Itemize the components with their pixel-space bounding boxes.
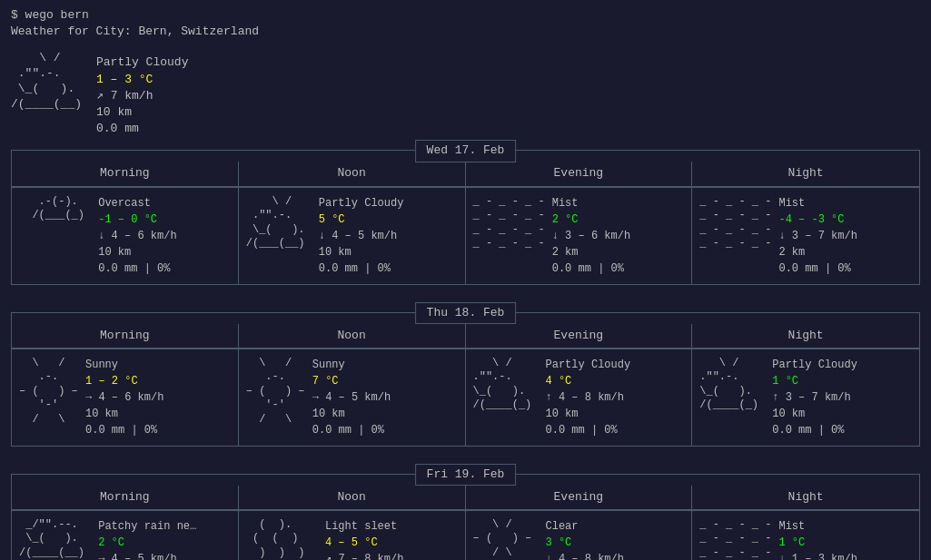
- day-container-1: Thu 18. FebMorningNoonEveningNight \ / .…: [11, 312, 920, 447]
- period-visibility: 10 km: [319, 244, 404, 260]
- period-header-2-3: Night: [692, 486, 919, 510]
- period-temp: 3 °C: [546, 535, 624, 551]
- period-wind: ↓ 1 – 3 km/h: [778, 551, 857, 560]
- period-desc: Mist: [552, 195, 630, 211]
- period-visibility: 2 km: [552, 244, 630, 260]
- period-ascii-0-3: _ - _ - _ - _ - _ - _ - _ - _ - _ - _ - …: [699, 195, 771, 251]
- period-ascii-2-3: _ - _ - _ - _ - _ - _ - _ - _ - _ - _ - …: [699, 518, 771, 560]
- period-header-1-3: Night: [692, 324, 919, 349]
- app-subtitle: Weather for City: Bern, Switzerland: [11, 24, 920, 40]
- day-label-2: Fri 19. Feb: [415, 464, 517, 486]
- period-ascii-1-0: \ / .-. – ( ) – '-' / \: [19, 357, 78, 427]
- period-data-1-1: Sunny 7 °C → 4 – 5 km/h 10 km 0.0 mm | 0…: [312, 357, 391, 438]
- period-visibility: 2 km: [778, 244, 857, 260]
- period-temp: 1 °C: [778, 535, 857, 551]
- current-ascii: \ / ."".-. \_( ). /(____(__): [11, 51, 82, 113]
- period-cell-0-1: \ / ."".-. \_( ). /(___(__) Partly Cloud…: [239, 188, 466, 284]
- period-wind: → 4 – 5 km/h: [98, 551, 196, 560]
- period-ascii-2-0: _/"".--. \_( ). /(____(__) ' ' ' ': [19, 518, 91, 560]
- period-cell-1-1: \ / .-. – ( ) – '-' / \ Sunny 7 °C → 4 –…: [239, 349, 466, 446]
- day-label-1: Thu 18. Feb: [415, 302, 517, 324]
- period-ascii-1-2: \ / ."".-. \_( ). /(____(_): [473, 357, 539, 413]
- period-wind: → 4 – 6 km/h: [85, 389, 163, 406]
- day-2: Fri 19. FebMorningNoonEveningNight _/"".…: [11, 461, 920, 560]
- period-cell-2-3: _ - _ - _ - _ - _ - _ - _ - _ - _ - _ - …: [692, 511, 919, 560]
- day-0: Wed 17. FebMorningNoonEveningNight .-(-)…: [11, 137, 920, 284]
- period-rain: 0.0 mm | 0%: [319, 260, 404, 277]
- period-cell-0-3: _ - _ - _ - _ - _ - _ - _ - _ - _ - _ - …: [692, 188, 919, 284]
- period-cell-1-2: \ / ."".-. \_( ). /(____(_) Partly Cloud…: [466, 349, 693, 446]
- period-cell-2-0: _/"".--. \_( ). /(____(__) ' ' ' ' Patch…: [12, 511, 239, 560]
- period-header-2-2: Evening: [466, 486, 693, 510]
- period-header-0-3: Night: [692, 162, 919, 186]
- period-temp: 4 °C: [546, 373, 631, 389]
- period-header-2-1: Noon: [239, 486, 466, 510]
- period-rain: 0.0 mm | 0%: [546, 422, 631, 438]
- period-data-1-3: Partly Cloudy 1 °C ↑ 3 – 7 km/h 10 km 0.…: [772, 357, 857, 438]
- current-info: Partly Cloudy 1 – 3 °C ↗ 7 km/h 10 km 0.…: [96, 54, 188, 137]
- current-weather: \ / ."".-. \_( ). /(____(__) Partly Clou…: [11, 51, 920, 137]
- period-wind: ↓ 4 – 6 km/h: [98, 228, 176, 244]
- period-wind: → 4 – 5 km/h: [312, 389, 391, 406]
- current-visibility: 10 km: [96, 104, 188, 121]
- period-desc: Mist: [778, 518, 857, 535]
- period-data-2-3: Mist 1 °C ↓ 1 – 3 km/h 2 km 0.0 mm | 0%: [778, 518, 857, 560]
- period-desc: Overcast: [98, 195, 176, 211]
- period-data-2-1: Light sleet 4 – 5 °C ↗ 7 – 8 km/h 9 km 0…: [325, 518, 403, 560]
- period-desc: Patchy rain ne…: [98, 518, 196, 535]
- period-temp: 2 °C: [98, 535, 196, 551]
- current-rain: 0.0 mm: [96, 121, 188, 137]
- period-visibility: 10 km: [546, 406, 631, 422]
- current-wind: ↗ 7 km/h: [96, 88, 188, 104]
- period-wind: ↓ 4 – 8 km/h: [546, 551, 624, 560]
- period-wind: ↗ 7 – 8 km/h: [325, 551, 403, 560]
- period-wind: ↓ 3 – 6 km/h: [552, 228, 630, 244]
- day-container-0: Wed 17. FebMorningNoonEveningNight .-(-)…: [11, 150, 920, 284]
- period-desc: Partly Cloudy: [319, 195, 404, 211]
- current-desc: Partly Cloudy: [96, 54, 188, 71]
- period-header-0-0: Morning: [12, 162, 239, 186]
- period-desc: Light sleet: [325, 518, 403, 535]
- period-rain: 0.0 mm | 0%: [98, 260, 176, 277]
- period-wind: ↑ 3 – 7 km/h: [772, 389, 857, 406]
- period-temp: 7 °C: [312, 373, 391, 389]
- days-container: Wed 17. FebMorningNoonEveningNight .-(-)…: [11, 137, 920, 560]
- period-header-1-2: Evening: [466, 324, 693, 349]
- period-temp: 1 – 2 °C: [85, 373, 163, 389]
- period-data-2-0: Patchy rain ne… 2 °C → 4 – 5 km/h 10 km …: [98, 518, 196, 560]
- period-rain: 0.0 mm | 0%: [312, 422, 391, 438]
- period-wind: ↓ 3 – 7 km/h: [778, 228, 857, 244]
- period-ascii-1-1: \ / .-. – ( ) – '-' / \: [246, 357, 305, 427]
- period-cell-0-2: _ - _ - _ - _ - _ - _ - _ - _ - _ - _ - …: [466, 188, 693, 284]
- day-1: Thu 18. FebMorningNoonEveningNight \ / .…: [11, 300, 920, 447]
- period-header-0-1: Noon: [239, 162, 466, 186]
- app-command: $ wego bern: [11, 7, 920, 24]
- period-visibility: 10 km: [312, 406, 391, 422]
- period-cell-2-2: \ / – ( ) – / \ Clear 3 °C ↓ 4 – 8 km/h …: [466, 511, 693, 560]
- period-desc: Sunny: [312, 357, 391, 373]
- period-desc: Partly Cloudy: [772, 357, 857, 373]
- period-ascii-0-0: .-(-). /(___(_): [19, 195, 91, 251]
- period-header-2-0: Morning: [12, 486, 239, 510]
- period-desc: Sunny: [85, 357, 163, 373]
- period-visibility: 10 km: [772, 406, 857, 422]
- period-cell-0-0: .-(-). /(___(_) Overcast -1 – 0 °C ↓ 4 –…: [12, 188, 239, 284]
- period-ascii-0-2: _ - _ - _ - _ - _ - _ - _ - _ - _ - _ - …: [473, 195, 545, 251]
- period-ascii-2-1: ( ). ( ( ) ) ) ) * ' * ' * ': [246, 518, 318, 560]
- period-desc: Partly Cloudy: [546, 357, 631, 373]
- period-header-1-1: Noon: [239, 324, 466, 349]
- period-cell-2-1: ( ). ( ( ) ) ) ) * ' * ' * ' Light sleet…: [239, 511, 466, 560]
- period-rain: 0.0 mm | 0%: [772, 422, 857, 438]
- period-data-1-2: Partly Cloudy 4 °C ↑ 4 – 8 km/h 10 km 0.…: [546, 357, 631, 438]
- period-header-0-2: Evening: [466, 162, 693, 186]
- period-temp: 5 °C: [319, 211, 404, 228]
- period-rain: 0.0 mm | 0%: [552, 260, 630, 277]
- period-visibility: 10 km: [98, 244, 176, 260]
- period-data-2-2: Clear 3 °C ↓ 4 – 8 km/h 10 km 0.1 mm | 2…: [546, 518, 624, 560]
- period-temp: 2 °C: [552, 211, 630, 228]
- period-temp: -4 – -3 °C: [778, 211, 857, 228]
- period-wind: ↑ 4 – 8 km/h: [546, 389, 631, 406]
- period-desc: Clear: [546, 518, 624, 535]
- period-cell-1-0: \ / .-. – ( ) – '-' / \ Sunny 1 – 2 °C →…: [12, 349, 239, 446]
- period-header-1-0: Morning: [12, 324, 239, 349]
